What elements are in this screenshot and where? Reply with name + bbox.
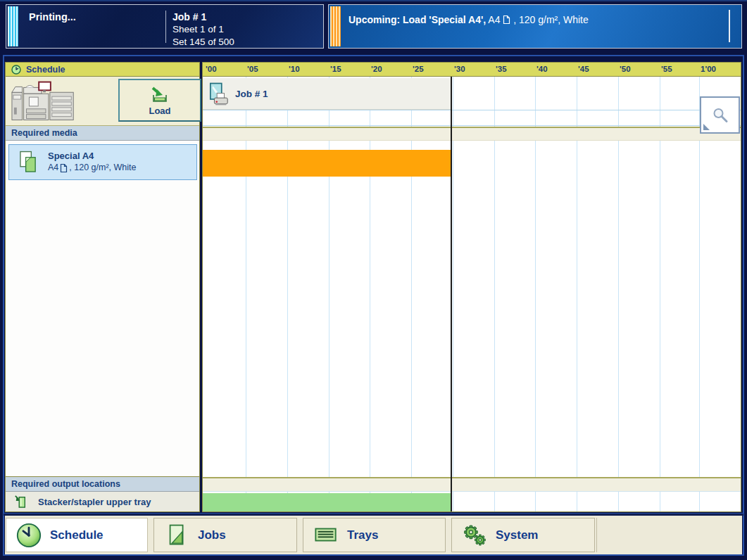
printing-status-panel: Printing... Job # 1 Sheet 1 of 1 Set 145… — [6, 4, 324, 49]
grid-line — [453, 77, 453, 511]
printer-illustration — [10, 81, 82, 122]
media-item-detail-text: , 120 g/m², White — [69, 162, 136, 174]
media-sheets-icon — [19, 151, 38, 174]
required-media-header: Required media — [6, 126, 199, 141]
output-section-band — [203, 477, 741, 492]
portrait-doc-icon — [60, 163, 68, 173]
timeline-body: Job # 1 — [203, 77, 741, 511]
grid-line — [329, 77, 329, 511]
job-icon — [208, 82, 230, 106]
job-progress-set: Set 145 of 500 — [172, 36, 234, 49]
output-tray-icon — [14, 494, 27, 509]
load-icon — [149, 85, 170, 104]
tab-jobs-label: Jobs — [198, 528, 226, 542]
tab-schedule[interactable]: Schedule — [6, 518, 148, 552]
output-item-stacker[interactable]: Stacker/stapler upper tray — [6, 492, 199, 511]
schedule-panel-title: Schedule — [26, 65, 65, 75]
status-divider — [165, 11, 166, 43]
tick-label: '55 — [661, 65, 672, 73]
job-progress-info: Job # 1 Sheet 1 of 1 Set 145 of 500 — [172, 11, 234, 49]
timeline-ruler: '00 '05 '10 '15 '20 '25 '30 '35 '40 '45 … — [203, 63, 741, 77]
tick-label: '20 — [371, 65, 382, 73]
tick-label: 1'00 — [701, 65, 716, 73]
grid-line — [494, 77, 495, 511]
schedule-panel-header: Schedule — [6, 63, 199, 77]
upcoming-panel-end-line — [729, 10, 730, 42]
media-item-details: A4 , 120 g/m², White — [48, 162, 136, 174]
grid-line — [246, 77, 246, 511]
media-load-bar[interactable] — [203, 150, 451, 177]
job-bar-label: Job # 1 — [235, 89, 268, 99]
schedule-panel: Schedule — [5, 62, 200, 512]
tick-label: '40 — [536, 65, 548, 73]
tab-jobs[interactable]: Jobs — [153, 518, 297, 552]
tick-label: '05 — [247, 65, 258, 73]
grid-line — [535, 77, 536, 511]
upcoming-message-bold: Upcoming: Load 'Special A4', — [349, 14, 486, 25]
tab-system-label: System — [496, 528, 538, 542]
job-progress-sheet: Sheet 1 of 1 — [172, 23, 234, 36]
app-root: Printing... Job # 1 Sheet 1 of 1 Set 145… — [0, 0, 747, 560]
media-item-special-a4[interactable]: Special A4 A4 , 120 g/m², White — [8, 144, 197, 180]
grid-line — [618, 77, 619, 511]
printing-status-label: Printing... — [29, 11, 76, 23]
media-section-band — [203, 127, 741, 141]
trays-icon — [314, 526, 338, 544]
grid-line — [287, 77, 288, 511]
tick-label: '45 — [578, 65, 589, 73]
timeline-panel: '00 '05 '10 '15 '20 '25 '30 '35 '40 '45 … — [202, 62, 741, 512]
tick-label: '25 — [413, 65, 424, 73]
output-item-label: Stacker/stapler upper tray — [38, 497, 151, 507]
job-bar[interactable]: Job # 1 — [203, 78, 451, 110]
jobs-icon — [168, 523, 187, 547]
magnifier-icon — [711, 106, 729, 125]
required-media-list: Special A4 A4 , 120 g/m², White — [6, 141, 199, 476]
clock-icon — [11, 65, 21, 75]
grid-line — [577, 77, 577, 511]
required-output-header: Required output locations — [6, 476, 199, 492]
system-icon — [462, 524, 488, 547]
clock-icon — [15, 522, 42, 549]
upcoming-message: Upcoming: Load 'Special A4', A4 , 120 g/… — [349, 14, 589, 25]
upcoming-media-size: A4 — [488, 14, 500, 25]
tick-label: '30 — [454, 65, 465, 73]
top-edge-highlight — [0, 0, 747, 1]
output-usage-bar — [203, 493, 451, 511]
upcoming-media-details: , 120 g/m², White — [513, 14, 589, 25]
grid-line — [370, 77, 370, 511]
printing-activity-stripe — [8, 6, 18, 46]
tab-system[interactable]: System — [451, 518, 595, 552]
nav-end-divider — [596, 518, 597, 552]
tab-trays-label: Trays — [347, 528, 378, 542]
upcoming-action-panel: Upcoming: Load 'Special A4', A4 , 120 g/… — [328, 4, 742, 49]
tab-schedule-label: Schedule — [50, 528, 103, 542]
media-item-text: Special A4 A4 , 120 g/m², White — [48, 151, 136, 174]
media-item-name: Special A4 — [48, 151, 136, 162]
job-progress-title: Job # 1 — [172, 11, 234, 23]
schedule-tools-area: Load — [6, 77, 199, 126]
portrait-doc-icon — [503, 15, 510, 25]
tab-trays[interactable]: Trays — [303, 518, 446, 552]
grid-line — [699, 77, 700, 511]
sheet-row — [203, 110, 741, 126]
bottom-navbar: Schedule Jobs Trays — [5, 516, 742, 554]
zoom-button[interactable] — [700, 96, 740, 134]
load-button[interactable]: Load — [118, 79, 201, 122]
load-button-label: Load — [149, 106, 170, 116]
tick-label: '15 — [330, 65, 341, 73]
tick-label: '10 — [289, 65, 300, 73]
upcoming-attention-stripe — [330, 6, 341, 46]
media-item-size: A4 — [48, 162, 58, 174]
zoom-corner-handle — [703, 124, 710, 130]
tick-label: '00 — [206, 65, 217, 73]
grid-line — [660, 77, 660, 511]
tick-label: '35 — [496, 65, 507, 73]
time-cursor-line — [451, 77, 452, 511]
grid-line — [411, 77, 412, 511]
tick-label: '50 — [620, 65, 631, 73]
